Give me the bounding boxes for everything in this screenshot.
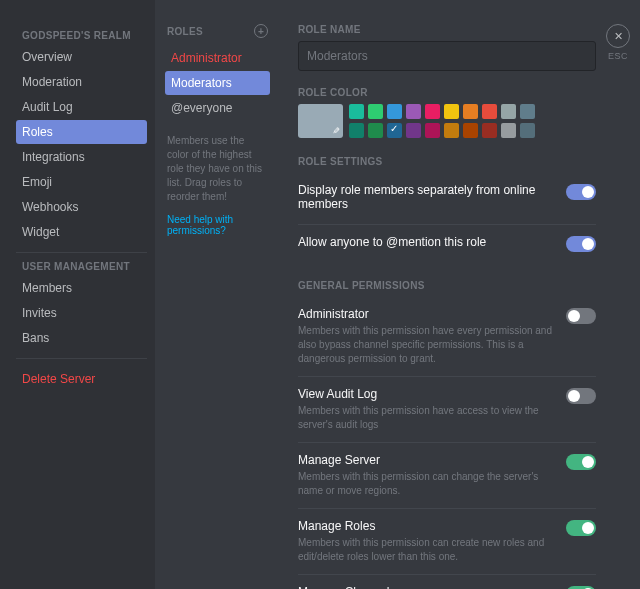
toggle-switch[interactable] bbox=[566, 454, 596, 470]
divider bbox=[16, 252, 147, 253]
color-swatch[interactable] bbox=[406, 123, 421, 138]
color-swatch[interactable] bbox=[349, 104, 364, 119]
color-swatch[interactable] bbox=[520, 104, 535, 119]
nav-bans[interactable]: Bans bbox=[16, 326, 147, 350]
role-item-administrator[interactable]: Administrator bbox=[165, 46, 270, 70]
color-swatch[interactable] bbox=[463, 104, 478, 119]
color-swatch[interactable] bbox=[425, 104, 440, 119]
color-swatch[interactable] bbox=[444, 123, 459, 138]
setting-title: Display role members separately from onl… bbox=[298, 183, 554, 211]
color-swatch[interactable] bbox=[482, 104, 497, 119]
eyedropper-icon: ✎ bbox=[332, 126, 340, 136]
setting-row: Allow anyone to @mention this role bbox=[298, 224, 596, 262]
settings-sidebar: GODSPEED'S REALM Overview Moderation Aud… bbox=[0, 0, 155, 589]
setting-row: AdministratorMembers with this permissio… bbox=[298, 297, 596, 376]
role-name-label: ROLE NAME bbox=[298, 24, 596, 35]
toggle-switch[interactable] bbox=[566, 388, 596, 404]
color-swatch-grid bbox=[349, 104, 535, 138]
roles-hint: Members use the color of the highest rol… bbox=[165, 134, 270, 204]
general-permissions-label: GENERAL PERMISSIONS bbox=[298, 280, 596, 291]
color-swatch[interactable] bbox=[349, 123, 364, 138]
server-name: GODSPEED'S REALM bbox=[22, 30, 147, 41]
role-item-everyone[interactable]: @everyone bbox=[165, 96, 270, 120]
roles-title: ROLES bbox=[167, 26, 203, 37]
setting-row: Display role members separately from onl… bbox=[298, 173, 596, 224]
delete-server-button[interactable]: Delete Server bbox=[16, 367, 147, 391]
color-swatch[interactable] bbox=[501, 123, 516, 138]
color-swatch[interactable] bbox=[425, 123, 440, 138]
setting-row: Manage ServerMembers with this permissio… bbox=[298, 442, 596, 508]
toggle-switch[interactable] bbox=[566, 308, 596, 324]
color-swatch[interactable] bbox=[368, 123, 383, 138]
divider bbox=[16, 358, 147, 359]
color-swatch[interactable] bbox=[444, 104, 459, 119]
setting-description: Members with this permission have every … bbox=[298, 324, 554, 366]
color-swatch[interactable] bbox=[501, 104, 516, 119]
toggle-switch[interactable] bbox=[566, 236, 596, 252]
nav-moderation[interactable]: Moderation bbox=[16, 70, 147, 94]
setting-title: Manage Channels bbox=[298, 585, 554, 589]
setting-title: Manage Server bbox=[298, 453, 554, 467]
toggle-switch[interactable] bbox=[566, 184, 596, 200]
permissions-help-link[interactable]: Need help with permissions? bbox=[165, 214, 270, 236]
color-swatch[interactable] bbox=[406, 104, 421, 119]
color-swatch[interactable] bbox=[463, 123, 478, 138]
role-color-label: ROLE COLOR bbox=[298, 87, 596, 98]
setting-row: View Audit LogMembers with this permissi… bbox=[298, 376, 596, 442]
nav-emoji[interactable]: Emoji bbox=[16, 170, 147, 194]
roles-list-panel: ROLES + Administrator Moderators @everyo… bbox=[155, 0, 280, 589]
nav-audit-log[interactable]: Audit Log bbox=[16, 95, 147, 119]
nav-integrations[interactable]: Integrations bbox=[16, 145, 147, 169]
role-item-moderators[interactable]: Moderators bbox=[165, 71, 270, 95]
role-name-input[interactable] bbox=[298, 41, 596, 71]
setting-description: Members with this permission can change … bbox=[298, 470, 554, 498]
color-swatch[interactable] bbox=[387, 123, 402, 138]
color-swatch[interactable] bbox=[368, 104, 383, 119]
nav-overview[interactable]: Overview bbox=[16, 45, 147, 69]
setting-title: Manage Roles bbox=[298, 519, 554, 533]
close-button[interactable]: ✕ bbox=[606, 24, 630, 48]
setting-row: Manage ChannelsMembers with this permiss… bbox=[298, 574, 596, 589]
role-settings-label: ROLE SETTINGS bbox=[298, 156, 596, 167]
setting-title: Administrator bbox=[298, 307, 554, 321]
setting-row: Manage RolesMembers with this permission… bbox=[298, 508, 596, 574]
nav-widget[interactable]: Widget bbox=[16, 220, 147, 244]
default-color-swatch[interactable]: ✎ bbox=[298, 104, 343, 138]
setting-title: View Audit Log bbox=[298, 387, 554, 401]
close-area: ✕ ESC bbox=[606, 24, 630, 61]
color-swatch[interactable] bbox=[520, 123, 535, 138]
toggle-switch[interactable] bbox=[566, 520, 596, 536]
add-role-button[interactable]: + bbox=[254, 24, 268, 38]
esc-label: ESC bbox=[606, 51, 630, 61]
nav-webhooks[interactable]: Webhooks bbox=[16, 195, 147, 219]
color-swatch[interactable] bbox=[482, 123, 497, 138]
nav-members[interactable]: Members bbox=[16, 276, 147, 300]
nav-roles[interactable]: Roles bbox=[16, 120, 147, 144]
setting-description: Members with this permission have access… bbox=[298, 404, 554, 432]
color-swatch[interactable] bbox=[387, 104, 402, 119]
setting-title: Allow anyone to @mention this role bbox=[298, 235, 554, 249]
role-settings-panel: ✕ ESC ROLE NAME ROLE COLOR ✎ ROLE SETTIN… bbox=[280, 0, 640, 589]
setting-description: Members with this permission can create … bbox=[298, 536, 554, 564]
user-mgmt-title: USER MANAGEMENT bbox=[22, 261, 147, 272]
nav-invites[interactable]: Invites bbox=[16, 301, 147, 325]
